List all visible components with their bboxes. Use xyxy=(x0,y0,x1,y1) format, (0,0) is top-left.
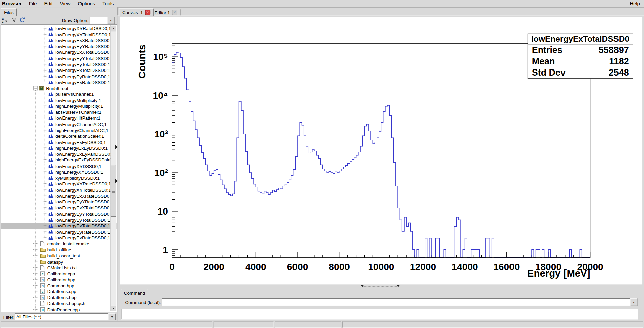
chevron-down-icon[interactable]: ▼ xyxy=(108,313,116,320)
tab-canvas-1[interactable]: Canvas_1 ✕ xyxy=(119,8,153,16)
tree-item[interactable]: lowEnergyEyTotalDSSD0;1 xyxy=(1,61,117,67)
tree-item[interactable]: hCommon.hpp xyxy=(1,283,117,289)
scrollbar-thumb[interactable] xyxy=(111,165,116,217)
menu-view[interactable]: View xyxy=(56,0,74,7)
draw-option-combo[interactable]: ▼ xyxy=(90,17,115,24)
tree-item[interactable]: dataspy xyxy=(1,259,117,265)
y-axis-title: Counts xyxy=(136,45,147,79)
menu-file[interactable]: File xyxy=(25,0,41,7)
tree-item[interactable]: highEnergyExEyDSSD0;1 xyxy=(1,145,117,151)
scroll-up-icon[interactable]: ▲ xyxy=(111,25,116,31)
filter-value[interactable]: All Files (*.*) xyxy=(15,313,108,320)
root-canvas[interactable]: 0200040006000800010000120001400016000180… xyxy=(120,17,643,284)
tree-item[interactable]: lowEnergyXYTotalDSSD0;1 xyxy=(1,32,117,38)
command-output-area[interactable] xyxy=(121,309,638,320)
tree-item[interactable]: lowEnergyXYDSSD0;1 xyxy=(1,163,117,169)
tree-item[interactable]: xyMultiplicityDSSD0;1 xyxy=(1,175,117,181)
tree-item-label: lowEnergyEyRateDSSD0;1 xyxy=(55,74,110,79)
command-input[interactable] xyxy=(162,298,630,306)
filter-funnel-icon[interactable] xyxy=(11,17,17,23)
status-bar xyxy=(0,321,644,328)
tree-item[interactable]: lowEnergyExRateDSSD0;1 xyxy=(1,79,117,85)
tree-item[interactable]: lowEnergyXYRateDSSD0;1 xyxy=(1,26,117,32)
tree-item[interactable]: lowEnergyExXTotalDSSD0;1 xyxy=(1,205,117,211)
hist-icon xyxy=(48,146,54,150)
tree-item[interactable]: lowEnergyExXRateDSSD0;1 xyxy=(1,38,117,44)
tab-files[interactable]: Files xyxy=(1,8,17,16)
tree-item[interactable]: pulserVsChannel;1 xyxy=(1,91,117,97)
filter-combo[interactable]: All Files (*.*) ▼ xyxy=(15,313,116,320)
svg-text:558897: 558897 xyxy=(599,45,629,55)
tree-item[interactable]: cCalibrator.cpp xyxy=(1,271,117,277)
tree-stub xyxy=(33,309,39,310)
tree-item[interactable]: lowEnergyEyYTotalDSSD0;1 xyxy=(1,211,117,217)
menu-edit[interactable]: Edit xyxy=(40,0,56,7)
tree-item[interactable]: lowEnergyExEyPairDSSD0;1 xyxy=(1,151,117,157)
menu-options[interactable]: Options xyxy=(74,0,99,7)
tree-item-label: lowEnergyExTotalDSSD0;1 xyxy=(55,68,110,73)
tree-item[interactable]: lowEnergyExXTotalDSSD0;1 xyxy=(1,49,117,55)
tree-item[interactable]: hCalibrator.hpp xyxy=(1,277,117,283)
hist-icon xyxy=(48,152,54,156)
tree-item[interactable]: lowEnergyExXRateDSSD0;1 xyxy=(1,193,117,199)
tree-item[interactable]: lowEnergyEyYRateDSSD0;1 xyxy=(1,199,117,205)
scroll-down-icon[interactable]: ▼ xyxy=(111,305,116,311)
tree-item[interactable]: cDataItems.cpp xyxy=(1,289,117,295)
tree-item-label: lowEnergyEyYTotalDSSD0;1 xyxy=(55,56,113,61)
folder-icon xyxy=(40,247,46,252)
tree-item[interactable]: lowEnergyEyYRateDSSD0;1 xyxy=(1,43,117,49)
tree-item[interactable]: lowEnergyExTotalDSSD0;1 xyxy=(1,67,117,74)
tree-vertical-scrollbar[interactable]: ▲ ▼ xyxy=(110,25,116,311)
menu-browser[interactable]: Browser xyxy=(0,0,25,7)
tree-stub xyxy=(42,106,47,106)
collapse-minus-icon[interactable] xyxy=(33,86,38,90)
hist-icon xyxy=(48,200,54,204)
svg-text:h: h xyxy=(41,278,44,282)
tree-item[interactable]: lowEnergyEyTotalDSSD0;1 xyxy=(1,217,117,223)
tree-item[interactable]: lowEnergyXYRateDSSD0;1 xyxy=(1,181,117,187)
tree-item[interactable]: lowEnergyXYTotalDSSD0;1 xyxy=(1,187,117,193)
close-icon[interactable]: ✕ xyxy=(145,10,150,15)
draw-option-value[interactable] xyxy=(90,17,107,24)
tree-item[interactable]: lowEnergyExEyDSSD0;1 xyxy=(1,139,117,145)
tree-item[interactable]: build_offline xyxy=(1,247,117,253)
tree-item[interactable]: lowEnergyExTotalDSSD0;1 xyxy=(1,223,117,229)
tree-item[interactable]: highEnergyXYDSSD0;1 xyxy=(1,169,117,175)
tree-item[interactable]: lowEnergyEyYTotalDSSD0;1 xyxy=(1,55,117,61)
tree-item[interactable]: highEnergyChannelADC;1 xyxy=(1,127,117,133)
tree-item[interactable]: deltaCorrelationScaler;1 xyxy=(1,133,117,139)
horizontal-splitter-handle[interactable] xyxy=(362,286,399,290)
sort-az-icon[interactable]: az xyxy=(2,17,8,23)
tree-item-label: xyMultiplicityDSSD0;1 xyxy=(55,176,100,181)
tab-command[interactable]: Command xyxy=(121,289,148,297)
tree-item-label: Run56.root xyxy=(46,86,68,91)
close-icon: ✕ xyxy=(172,10,177,15)
tree-item[interactable]: lowEnergyHitPattern;1 xyxy=(1,115,117,121)
hist-icon xyxy=(48,56,54,60)
tree-item[interactable]: lowEnergyExRateDSSD0;1 xyxy=(1,235,117,241)
hist-icon xyxy=(48,128,54,132)
tree-item[interactable]: highEnergyExEyDSSDPair0;1 xyxy=(1,157,117,163)
tree-item[interactable]: build_oscar_test xyxy=(1,253,117,259)
tree-item[interactable]: absPulserVsChannel;1 xyxy=(1,109,117,115)
tree-item-label: lowEnergyXYTotalDSSD0;1 xyxy=(55,187,111,192)
tree-item[interactable]: cDataReader.cpp xyxy=(1,307,117,312)
tab-editor-1[interactable]: Editor 1 ✕ xyxy=(151,9,181,16)
menu-items: FileEditViewOptionsTools xyxy=(25,1,118,6)
refresh-icon[interactable] xyxy=(19,17,25,23)
tree-item[interactable]: cmake_install.cmake xyxy=(1,241,117,247)
tree-item[interactable]: CMakeLists.txt xyxy=(1,265,117,271)
svg-text:2548: 2548 xyxy=(609,67,629,78)
tree-item[interactable]: lowEnergyEyRateDSSD0;1 xyxy=(1,229,117,235)
chevron-down-icon[interactable]: ▼ xyxy=(630,298,637,306)
tree-item[interactable]: lowEnergyMultiplicity;1 xyxy=(1,97,117,103)
tree-item[interactable]: Run56.root xyxy=(1,85,117,91)
tree-item[interactable]: hDataItems.hpp xyxy=(1,294,117,300)
tree-item[interactable]: highEnergyMultiplicity;1 xyxy=(1,103,117,109)
menu-help[interactable]: Help xyxy=(626,0,644,7)
chevron-down-icon[interactable]: ▼ xyxy=(107,17,115,24)
tree-item[interactable]: lowEnergyEyRateDSSD0;1 xyxy=(1,73,117,79)
tree-item[interactable]: lowEnergyChannelADC;1 xyxy=(1,121,117,127)
menu-tools[interactable]: Tools xyxy=(99,0,117,7)
tree-item[interactable]: DataItems.hpp.gch xyxy=(1,300,117,307)
